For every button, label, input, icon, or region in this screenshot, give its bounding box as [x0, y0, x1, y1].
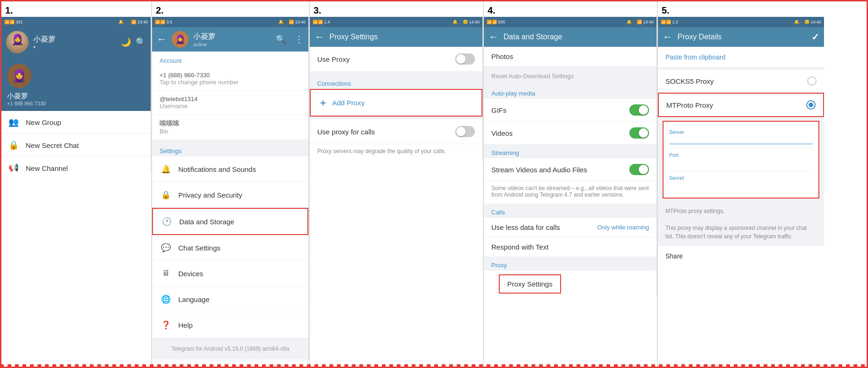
status-bar-2: 📶📶 3.5 🔔🎵📶 13:40 — [152, 17, 308, 27]
proxy-settings-title: Proxy Settings — [329, 33, 478, 41]
use-proxy-calls-row: Use proxy for calls — [310, 119, 482, 144]
settings-item-help[interactable]: ❓ Help — [152, 312, 308, 338]
menu-item-new-secret-label: New Secret Chat — [26, 141, 79, 149]
settings-item-language[interactable]: 🌐 Language — [152, 287, 308, 312]
settings-footer: Telegram for Android v5.15.0 (1869) arm6… — [152, 338, 308, 360]
menu-icon-2[interactable]: ⋮ — [294, 34, 304, 45]
time-2: 🔔🎵📶 13:40 — [278, 20, 306, 24]
header-info-1: 小菱萝 ▾ — [33, 35, 116, 50]
header-title-2: 小菱萝 — [193, 32, 271, 42]
proxy-fields-box: Server Port Secret — [663, 121, 819, 199]
data-icon: 🕐 — [160, 215, 173, 228]
port-input[interactable] — [669, 158, 813, 167]
account-section: Account +1 (888) 966-7330 Tap to change … — [152, 52, 308, 140]
search-icon-1[interactable]: 🔍 — [136, 37, 146, 47]
status-bar-5: 📶📶 1.2 🔔🎵😊 14:40 — [658, 17, 824, 27]
chat-label: Chat Settings — [178, 244, 220, 252]
search-icon-2[interactable]: 🔍 — [276, 34, 286, 44]
stream-toggle[interactable] — [629, 164, 649, 175]
gifs-toggle[interactable] — [629, 104, 649, 116]
header-info-5: Proxy Details — [678, 33, 807, 41]
reset-row[interactable]: Reset Auto-Download Settings — [484, 66, 656, 85]
paste-clipboard-btn[interactable]: Paste from clipboard — [658, 47, 824, 68]
server-label: Server — [669, 129, 813, 135]
back-btn-5[interactable]: ← — [663, 31, 673, 43]
signal-icons-1: 📶📶 331 — [4, 20, 23, 24]
time-4: 🔔🎵📶 13:40 — [627, 20, 654, 24]
new-group-icon: 👥 — [8, 117, 19, 128]
header-subtitle-2: online — [193, 42, 271, 47]
proxy-settings-button[interactable]: Proxy Settings — [499, 274, 561, 294]
new-secret-icon: 🔒 — [8, 140, 19, 151]
side-menu-overlay: 🧕 小菱萝 +1 888 966 7330 👥 New Group 🔒 New … — [1, 57, 151, 171]
signal-2: 📶📶 3.5 — [155, 20, 172, 24]
menu-item-new-group-label: New Group — [26, 118, 61, 126]
username-label: Username — [160, 103, 301, 110]
signal-4: 📶📶 605 — [487, 20, 505, 24]
panel-5-wrapper: 5. 📶📶 1.2 🔔🎵😊 14:40 ← Proxy Details ✓ Pa… — [658, 1, 824, 367]
help-label: Help — [178, 321, 193, 329]
socks5-radio[interactable] — [807, 76, 817, 86]
bio-field[interactable]: 嗦嗦嗦 Bio — [152, 115, 308, 140]
settings-item-devices[interactable]: 🖥 Devices — [152, 261, 308, 287]
less-data-row[interactable]: Use less data for calls Only while roami… — [484, 218, 656, 237]
videos-label: Videos — [491, 129, 513, 137]
settings-item-privacy[interactable]: 🔒 Privacy and Security — [152, 182, 308, 208]
menu-item-new-secret[interactable]: 🔒 New Secret Chat — [1, 134, 151, 157]
server-input[interactable] — [669, 135, 813, 144]
share-label: Share — [665, 252, 683, 260]
panel-3: 📶📶 1.4 🔔🎵😊 14:40 ← Proxy Settings Use Pr… — [310, 17, 483, 160]
share-row[interactable]: Share — [658, 245, 824, 266]
help-icon: ❓ — [160, 319, 172, 331]
proxy-settings-label: Proxy Settings — [507, 280, 553, 288]
mtproto-row[interactable]: MTProto Proxy — [658, 93, 824, 117]
devices-label: Devices — [178, 270, 203, 278]
proxy-section-header: Proxy — [484, 257, 656, 271]
language-icon: 🌐 — [160, 293, 172, 305]
back-btn-2[interactable]: ← — [157, 33, 167, 45]
step-3-label: 3. — [310, 1, 483, 17]
server-field[interactable]: Server — [669, 125, 813, 148]
privacy-label: Privacy and Security — [178, 191, 242, 199]
panel-1-wrapper: 1. 📶📶 331 🔔 🎵 📶 13:40 🧕 小菱萝 ▾ 🌙 🔍 — [1, 1, 152, 367]
signal-5: 📶📶 1.2 — [661, 20, 678, 24]
side-menu-avatar: 🧕 — [7, 64, 31, 88]
proxy-info-text: MTProto proxy settings. This proxy may d… — [658, 202, 824, 245]
bio-value: 嗦嗦嗦 — [160, 119, 301, 128]
header-name-1: 小菱萝 — [33, 35, 116, 44]
check-icon[interactable]: ✓ — [811, 31, 819, 43]
menu-item-new-group[interactable]: 👥 New Group — [1, 111, 151, 134]
use-proxy-toggle[interactable] — [455, 53, 475, 65]
menu-item-new-channel[interactable]: 📢 New Channel — [1, 157, 151, 171]
phone-field[interactable]: +1 (888) 966-7330 Tap to change phone nu… — [152, 67, 308, 91]
add-proxy-button[interactable]: ＋ Add Proxy — [310, 89, 482, 117]
photos-label: Photos — [491, 52, 513, 60]
back-btn-3[interactable]: ← — [314, 31, 325, 43]
mtproto-radio[interactable] — [806, 100, 816, 110]
photos-row[interactable]: Photos — [484, 47, 656, 66]
respond-row[interactable]: Respond with Text — [484, 237, 656, 257]
moon-icon-1[interactable]: 🌙 — [121, 37, 131, 47]
time-5: 🔔🎵😊 14:40 — [794, 20, 821, 24]
privacy-icon: 🔒 — [160, 189, 172, 201]
use-proxy-calls-toggle[interactable] — [455, 126, 475, 137]
settings-item-chat[interactable]: 💬 Chat Settings — [152, 235, 308, 261]
language-label: Language — [178, 295, 210, 303]
videos-toggle[interactable] — [629, 127, 649, 139]
header-sub-1: ▾ — [33, 44, 116, 50]
respond-label: Respond with Text — [491, 243, 548, 251]
settings-item-data[interactable]: 🕐 Data and Storage — [152, 208, 308, 235]
port-field[interactable]: Port — [669, 148, 813, 171]
back-btn-4[interactable]: ← — [489, 31, 499, 43]
header-info-2: 小菱萝 online — [193, 32, 271, 47]
side-menu-header: 🧕 小菱萝 +1 888 966 7330 — [1, 57, 151, 111]
panel-5: 📶📶 1.2 🔔🎵😊 14:40 ← Proxy Details ✓ Paste… — [658, 17, 824, 266]
notif-icon: 🔔 — [160, 163, 172, 175]
settings-item-notifications[interactable]: 🔔 Notifications and Sounds — [152, 156, 308, 182]
side-menu-phone: +1 888 966 7330 — [7, 101, 145, 106]
new-channel-icon: 📢 — [8, 162, 19, 171]
username-field[interactable]: @telebot1314 Username — [152, 91, 308, 115]
secret-field[interactable]: Secret — [669, 171, 813, 194]
socks5-row[interactable]: SOCKS5 Proxy — [658, 70, 824, 93]
secret-input[interactable] — [669, 181, 813, 190]
